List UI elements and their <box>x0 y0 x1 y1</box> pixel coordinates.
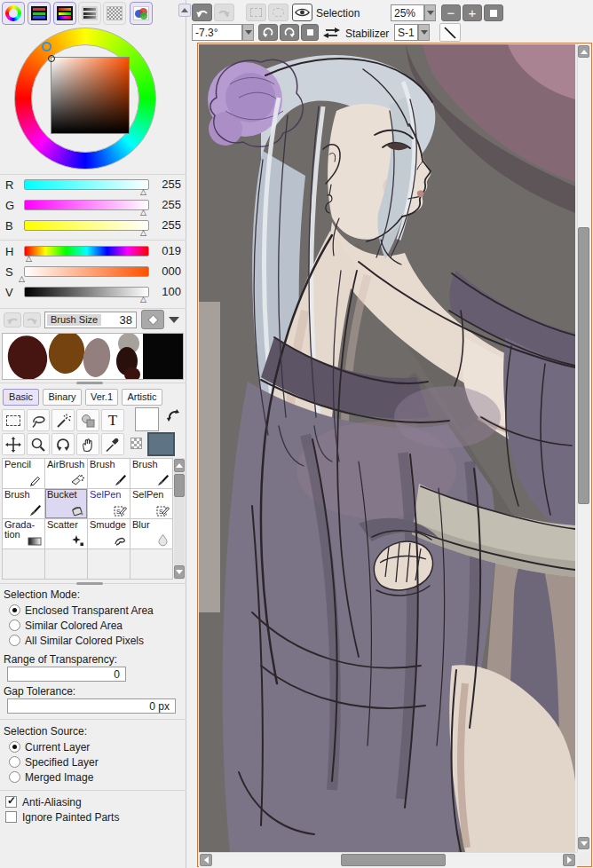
radio-specified-layer[interactable]: Specified Layer <box>9 756 99 769</box>
slider-thumb[interactable]: △ <box>140 295 146 304</box>
value-slider-track[interactable] <box>24 287 149 297</box>
zoom-level-field[interactable]: 25% <box>391 4 424 21</box>
rotate-ccw-button[interactable] <box>258 24 278 41</box>
show-selection-button[interactable] <box>292 4 312 21</box>
tool-list-scroll-down[interactable] <box>174 565 185 579</box>
tool-smudge[interactable]: Smudge <box>88 519 130 549</box>
eyedropper-tool[interactable] <box>101 433 124 455</box>
zoom-level-dropdown[interactable] <box>424 4 436 21</box>
undo-button[interactable] <box>192 4 212 21</box>
swatch-grid-button[interactable] <box>103 2 126 25</box>
zoom-tool[interactable] <box>27 433 50 455</box>
flip-horizontal-icon[interactable] <box>322 26 341 40</box>
move-canvas-tool[interactable] <box>2 433 25 455</box>
tool-slot-empty[interactable] <box>130 549 173 580</box>
tool-selpen-2[interactable]: SelPen S <box>130 489 173 519</box>
invert-selection-button[interactable] <box>268 4 289 21</box>
tool-blur[interactable]: Blur <box>130 519 173 549</box>
tab-artistic[interactable]: Artistic <box>122 389 162 406</box>
scratch-redo-button[interactable] <box>23 312 41 327</box>
slider-thumb[interactable]: △ <box>19 274 25 283</box>
slider-thumb[interactable]: △ <box>140 228 146 237</box>
rotation-reset-button[interactable] <box>301 24 319 41</box>
saturation-value-marker[interactable] <box>48 55 55 62</box>
background-color-swatch[interactable] <box>147 432 175 456</box>
zoom-reset-button[interactable] <box>484 4 503 21</box>
zoom-in-button[interactable]: + <box>463 4 482 21</box>
hue-slider-track[interactable] <box>24 246 149 256</box>
tool-brush-3[interactable]: Brush <box>3 489 45 519</box>
brush-size-field[interactable]: Brush Size 38 <box>44 312 137 328</box>
tool-slot-empty[interactable] <box>3 549 45 580</box>
eraser-toggle-button[interactable] <box>141 310 164 329</box>
tool-scatter[interactable]: Scatter <box>45 519 88 549</box>
tool-brush-2[interactable]: Brush <box>130 459 173 489</box>
slider-thumb[interactable]: △ <box>140 187 146 196</box>
text-tool[interactable]: T <box>101 409 124 431</box>
zoom-out-button[interactable]: − <box>441 4 461 21</box>
tool-bucket[interactable]: Bucket <box>45 489 88 519</box>
tool-list-scroll-thumb[interactable] <box>174 474 185 497</box>
tab-ver1[interactable]: Ver.1 <box>85 389 118 406</box>
rotation-angle-dropdown[interactable] <box>242 24 254 41</box>
tool-brush-1[interactable]: Brush <box>88 459 130 489</box>
slider-thumb[interactable]: △ <box>140 208 146 217</box>
tool-pencil[interactable]: Pencil <box>3 459 45 489</box>
blue-slider-track[interactable] <box>24 220 149 231</box>
tab-basic[interactable]: Basic <box>3 389 39 406</box>
radio-merged-image[interactable]: Merged Image <box>9 771 93 785</box>
hand-tool[interactable] <box>76 433 99 455</box>
canvas-vscroll-thumb[interactable] <box>578 227 589 504</box>
radio-similar-colored-area[interactable]: Similar Colored Area <box>9 619 123 633</box>
redo-button[interactable] <box>214 4 234 21</box>
rotate-canvas-tool[interactable] <box>51 433 75 455</box>
tool-slot-empty[interactable] <box>88 549 130 580</box>
color-wheel-button[interactable] <box>2 2 25 25</box>
grayscale-sliders-button[interactable] <box>78 2 101 25</box>
color-wheel[interactable] <box>14 28 156 170</box>
radio-all-similar-colored-pixels[interactable]: All Similar Colored Pixels <box>9 635 144 648</box>
rotation-angle-field[interactable]: -7.3° <box>192 24 242 41</box>
checkbox-anti-aliasing[interactable]: Anti-Aliasing <box>5 796 82 809</box>
lasso-tool[interactable] <box>27 409 50 431</box>
green-slider-track[interactable] <box>24 200 149 210</box>
stabilizer-dropdown[interactable] <box>418 24 430 41</box>
tool-airbrush[interactable]: AirBrush <box>45 459 88 489</box>
scratch-undo-button[interactable] <box>4 312 21 327</box>
canvas-artwork[interactable] <box>199 44 575 852</box>
tool-list-scroll-up[interactable] <box>174 459 185 472</box>
stabilizer-field[interactable]: S-1 <box>394 24 418 41</box>
canvas-scroll-left[interactable] <box>200 854 212 866</box>
rect-select-tool[interactable] <box>2 409 25 431</box>
canvas-hscroll-thumb[interactable] <box>341 854 446 866</box>
color-mixer-button[interactable] <box>130 2 153 25</box>
saturation-slider-track[interactable] <box>24 266 149 277</box>
canvas-scroll-right[interactable] <box>563 854 575 866</box>
canvas-scroll-up[interactable] <box>578 45 589 58</box>
tool-selpen[interactable]: SelPen S <box>88 489 130 519</box>
slider-thumb[interactable]: △ <box>26 254 32 263</box>
move-selection-tool[interactable] <box>76 409 99 431</box>
hsv-sliders-button[interactable] <box>53 2 76 25</box>
transparent-color-swatch[interactable] <box>130 438 142 449</box>
swap-colors-icon[interactable] <box>165 407 181 423</box>
color-mixer-pad[interactable] <box>2 333 184 380</box>
canvas-scroll-down[interactable] <box>578 837 589 849</box>
tool-slot-empty[interactable] <box>45 549 88 580</box>
panel-splitter[interactable] <box>76 382 103 384</box>
hue-marker[interactable] <box>42 42 51 51</box>
radio-enclosed-transparent-area[interactable]: Enclosed Transparent Area <box>9 604 154 618</box>
saturation-value-square[interactable] <box>51 57 130 134</box>
brush-options-dropdown[interactable] <box>169 317 179 323</box>
red-slider-track[interactable] <box>24 179 149 190</box>
range-of-transparency-input[interactable]: 0 <box>7 667 126 682</box>
gap-tolerance-input[interactable]: 0 px <box>7 698 176 714</box>
deselect-button[interactable] <box>246 4 266 21</box>
magic-wand-tool[interactable] <box>51 409 75 431</box>
tool-gradation[interactable]: Grada-tion <box>3 519 45 549</box>
rotate-cw-button[interactable] <box>280 24 299 41</box>
line-tool-button[interactable] <box>439 23 461 42</box>
rgb-sliders-button[interactable] <box>28 2 51 25</box>
panel-splitter[interactable] <box>76 582 103 585</box>
panel-collapse-button[interactable] <box>178 4 191 17</box>
